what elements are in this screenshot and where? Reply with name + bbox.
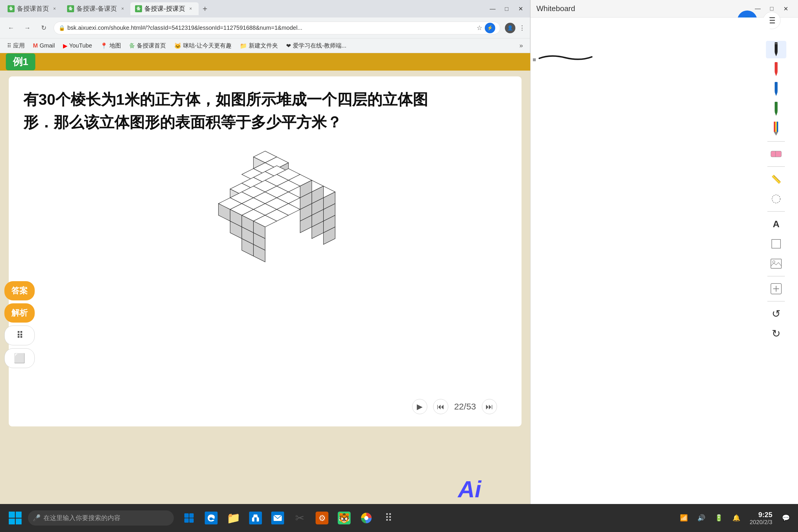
- tab-3-close[interactable]: ×: [188, 5, 194, 12]
- tab-2-close[interactable]: ×: [119, 5, 126, 12]
- taskbar-edge[interactable]: [201, 508, 222, 529]
- svg-rect-80: [775, 121, 777, 132]
- network-icon[interactable]: 📶: [676, 510, 691, 526]
- forward-button[interactable]: →: [21, 22, 34, 34]
- svg-point-85: [772, 195, 780, 203]
- bookmark-icon[interactable]: ☆: [477, 24, 482, 32]
- start-button[interactable]: [5, 508, 26, 529]
- grid-button[interactable]: ⠿: [4, 325, 35, 345]
- wb-tool-shape[interactable]: [766, 235, 786, 252]
- browser-window: 备 备授课首页 × 备 备授课-备课页 × 备 备授课-授课页 × + — □ …: [0, 0, 530, 532]
- folder-icon: 📁: [240, 42, 247, 49]
- taskbar-app6[interactable]: ⚙: [311, 508, 332, 529]
- bookmark-youtube[interactable]: ▶ YouTube: [59, 40, 96, 51]
- taskbar-grid-app[interactable]: ⠿: [378, 508, 399, 529]
- notification-icon[interactable]: 🔔: [728, 510, 744, 526]
- apps-grid-icon: ⠿: [7, 42, 12, 49]
- taskbar-file-explorer[interactable]: 📁: [223, 508, 244, 529]
- wb-tool-pen-blue[interactable]: [766, 80, 786, 98]
- taskbar-apps: 📁 ✂: [178, 508, 399, 529]
- wb-divider-2: [767, 166, 785, 167]
- taskbar-mail[interactable]: [267, 508, 288, 529]
- window-controls: — □ ✕: [486, 2, 527, 15]
- user-icon[interactable]: 👤: [505, 23, 515, 33]
- migu-label: 咪咕-让今天更有趣: [183, 42, 232, 50]
- back-button[interactable]: ←: [5, 22, 18, 34]
- wb-tool-add[interactable]: [766, 280, 786, 298]
- wb-divider-1: [767, 141, 785, 142]
- tab-1-close[interactable]: ×: [51, 5, 58, 12]
- tab-1[interactable]: 备 备授课首页 ×: [3, 2, 62, 15]
- svg-rect-81: [777, 121, 778, 132]
- bookmark-maps[interactable]: 📍 地图: [97, 40, 125, 51]
- taskbar-snip[interactable]: ✂: [289, 508, 310, 529]
- answer-button[interactable]: 答案: [4, 281, 35, 300]
- tab-2[interactable]: 备 备授课-备课页 ×: [62, 2, 130, 15]
- wb-tool-pen-black[interactable]: [766, 41, 786, 58]
- bookmark-gmail[interactable]: M Gmail: [30, 40, 58, 51]
- tab-1-label: 备授课首页: [17, 4, 49, 13]
- taskbar-search[interactable]: 🎤 在这里输入你要搜索的内容: [28, 510, 174, 526]
- wb-tool-eraser[interactable]: [766, 145, 786, 163]
- wb-tool-image[interactable]: [766, 255, 786, 272]
- pen-marks: [536, 53, 595, 65]
- wb-tool-pen-red[interactable]: [766, 61, 786, 78]
- bookmark-bsk[interactable]: 备 备授课首页: [126, 40, 169, 51]
- bookmark-apps[interactable]: ⠿ 应用: [3, 40, 28, 51]
- extension-icon[interactable]: ⚡: [485, 23, 495, 33]
- tab-2-icon: 备: [67, 5, 74, 12]
- action-center-icon[interactable]: 💬: [778, 510, 793, 526]
- battery-icon[interactable]: 🔋: [711, 510, 726, 526]
- browser-menu-icon[interactable]: ⋮: [519, 24, 525, 32]
- bookmark-folder[interactable]: 📁 新建文件夹: [236, 40, 282, 51]
- url-bar[interactable]: 🔒 bsk.aixuexi.com/shouke.html#/?classId=…: [54, 22, 500, 34]
- action-buttons: 答案 解析 ⠿ ⬜: [4, 281, 35, 368]
- screen-button[interactable]: ⬜: [4, 348, 35, 368]
- prev-button[interactable]: ⏮: [433, 399, 448, 414]
- mail-icon: [271, 512, 284, 525]
- next-button[interactable]: ⏭: [482, 399, 497, 414]
- file-explorer-icon: 📁: [227, 512, 240, 525]
- search-mic-icon: 🎤: [33, 514, 40, 522]
- wb-tool-text[interactable]: A: [766, 215, 786, 233]
- tab-3-icon: 备: [135, 5, 142, 12]
- wb-tool-ruler[interactable]: 📏: [766, 170, 786, 188]
- aixuexi-label: 爱学习在线-教师端...: [293, 42, 346, 50]
- wb-tool-multicolor[interactable]: [766, 120, 786, 138]
- system-clock[interactable]: 9:25 2020/2/3: [746, 510, 776, 527]
- analysis-button[interactable]: 解析: [4, 303, 35, 323]
- bookmarks-more[interactable]: »: [516, 40, 527, 51]
- wb-canvas[interactable]: [531, 18, 770, 532]
- maximize-button[interactable]: □: [500, 2, 513, 15]
- bookmarks-bar: ⠿ 应用 M Gmail ▶ YouTube 📍 地图 备 备授课首页 🐱 咪咕…: [0, 38, 530, 53]
- store-icon: [249, 512, 262, 525]
- stroke-svg: [536, 53, 595, 64]
- wb-tool-undo[interactable]: ↺: [766, 305, 786, 323]
- svg-rect-73: [775, 62, 778, 72]
- taskbar-app7[interactable]: 🐯: [334, 508, 355, 529]
- wb-tool-lasso[interactable]: [766, 190, 786, 208]
- taskbar-store[interactable]: [245, 508, 266, 529]
- bsk-icon: 备: [129, 42, 135, 50]
- new-tab-button[interactable]: +: [198, 2, 211, 15]
- wb-tool-redo[interactable]: ↻: [766, 325, 786, 342]
- reload-button[interactable]: ↻: [37, 22, 50, 34]
- redo-icon: ↻: [772, 327, 780, 340]
- minimize-button[interactable]: —: [486, 2, 499, 15]
- taskbar-task-view[interactable]: [178, 508, 200, 529]
- taskbar-chrome[interactable]: [356, 508, 377, 529]
- wb-close-button[interactable]: ✕: [779, 2, 792, 15]
- svg-rect-97: [254, 517, 256, 521]
- clock-date: 2020/2/3: [749, 519, 772, 526]
- title-bar: 备 备授课首页 × 备 备授课-备课页 × 备 备授课-授课页 × + — □ …: [0, 0, 530, 18]
- close-button[interactable]: ✕: [514, 2, 527, 15]
- bookmark-aixuexi[interactable]: ❤ 爱学习在线-教师端...: [283, 40, 350, 51]
- svg-rect-86: [772, 240, 780, 248]
- system-tray: 📶 🔊 🔋 🔔 9:25 2020/2/3 💬: [676, 510, 793, 527]
- volume-icon[interactable]: 🔊: [694, 510, 709, 526]
- tab-3[interactable]: 备 备授课-授课页 ×: [130, 2, 198, 15]
- wb-tool-pen-green[interactable]: [766, 100, 786, 118]
- play-button[interactable]: ▶: [412, 399, 427, 414]
- svg-rect-75: [775, 82, 778, 92]
- bookmark-migu[interactable]: 🐱 咪咕-让今天更有趣: [171, 40, 235, 51]
